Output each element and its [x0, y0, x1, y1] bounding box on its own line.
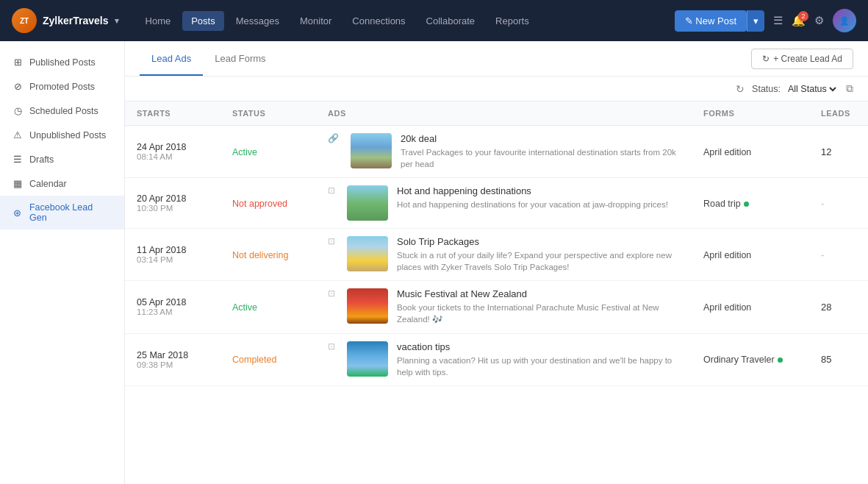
- ad-thumbnail: [347, 185, 388, 221]
- notifications-button[interactable]: 🔔 2: [792, 14, 806, 27]
- ad-title: Hot and happening destinations: [397, 185, 668, 196]
- nav-items: Home Posts Messages Monitor Connections …: [137, 11, 669, 31]
- row-status: Active: [232, 147, 257, 157]
- column-ads: ADS: [316, 102, 692, 126]
- sidebar-item-calendar[interactable]: ▦ Calendar: [0, 171, 124, 196]
- logo-icon: ZT: [12, 8, 37, 33]
- row-status: Active: [232, 302, 257, 313]
- nav-reports[interactable]: Reports: [487, 11, 538, 31]
- new-post-dropdown-button[interactable]: ▾: [747, 10, 764, 32]
- sidebar-item-label: Published Posts: [29, 57, 96, 68]
- ad-info: Solo Trip Packages Stuck in a rut of you…: [397, 236, 680, 273]
- row-status: Not approved: [232, 199, 287, 209]
- create-lead-ad-icon: ↻: [762, 54, 770, 64]
- sidebar-item-drafts[interactable]: ☰ Drafts: [0, 147, 124, 171]
- form-name: April edition: [703, 147, 751, 157]
- sidebar-item-lead-gen[interactable]: ⊛ Facebook Lead Gen: [0, 196, 124, 229]
- main-layout: ⊞ Published Posts ⊘ Promoted Posts ◷ Sch…: [0, 41, 868, 484]
- tab-lead-ads[interactable]: Lead Ads: [140, 43, 203, 76]
- leads-count: 85: [821, 354, 831, 365]
- nav-posts[interactable]: Posts: [182, 11, 224, 31]
- refresh-button[interactable]: ↻: [736, 83, 745, 95]
- brand-logo[interactable]: ZT ZylkerTravels ▾: [12, 8, 119, 33]
- brand-name: ZylkerTravels: [43, 15, 109, 26]
- ad-link-icon: 🔗: [328, 133, 339, 143]
- ad-thumbnail: [351, 133, 392, 168]
- leads-count: 12: [821, 146, 831, 157]
- hamburger-menu-button[interactable]: ☰: [773, 14, 783, 27]
- ad-link-icon: ⊡: [328, 341, 335, 352]
- sidebar-item-label: Promoted Posts: [29, 82, 95, 92]
- ads-table: STARTS STATUS ADS FORMS LEADS 24 Apr 201…: [125, 102, 868, 386]
- column-starts: STARTS: [125, 102, 220, 126]
- row-time: 11:23 AM: [137, 307, 209, 316]
- table-controls: ↻ Status: All Status ⧉: [125, 76, 868, 102]
- row-date: 25 Mar 2018: [137, 350, 209, 360]
- row-date: 11 Apr 2018: [137, 245, 209, 255]
- ad-description: Travel Packages to your favourite intern…: [401, 146, 680, 170]
- sidebar-item-label: Calendar: [29, 179, 67, 189]
- ad-description: Stuck in a rut of your daily life? Expan…: [397, 249, 680, 273]
- ad-info: vacation tips Planning a vacation? Hit u…: [397, 341, 680, 378]
- row-time: 08:14 AM: [137, 152, 209, 161]
- table-header-row: STARTS STATUS ADS FORMS LEADS: [125, 102, 868, 126]
- table-row[interactable]: 11 Apr 201803:14 PMNot delivering ⊡ Solo…: [125, 229, 868, 281]
- table-row[interactable]: 20 Apr 201810:30 PMNot approved ⊡ Hot an…: [125, 178, 868, 229]
- nav-messages[interactable]: Messages: [227, 11, 288, 31]
- user-avatar[interactable]: 👤: [833, 9, 856, 32]
- top-navigation: ZT ZylkerTravels ▾ Home Posts Messages M…: [0, 0, 868, 41]
- create-lead-ad-button[interactable]: ↻ + Create Lead Ad: [751, 49, 853, 69]
- ad-title: vacation tips: [397, 341, 680, 352]
- sidebar-item-scheduled[interactable]: ◷ Scheduled Posts: [0, 99, 124, 123]
- leads-count: 28: [821, 302, 831, 313]
- nav-connections[interactable]: Connections: [343, 11, 414, 31]
- ad-thumbnail: [347, 236, 388, 271]
- row-time: 09:38 PM: [137, 360, 209, 369]
- ad-info: Music Festival at New Zealand Book your …: [397, 288, 680, 325]
- table-row[interactable]: 25 Mar 201809:38 PMCompleted ⊡ vacation …: [125, 333, 868, 385]
- new-post-label: ✎ New Post: [685, 15, 736, 26]
- nav-monitor[interactable]: Monitor: [291, 11, 340, 31]
- drafts-icon: ☰: [12, 154, 24, 165]
- ad-title: 20k deal: [401, 133, 680, 144]
- ad-info: 20k deal Travel Packages to your favouri…: [401, 133, 680, 170]
- form-name: April edition: [703, 302, 751, 313]
- status-select[interactable]: All Status: [785, 83, 839, 95]
- table-row[interactable]: 05 Apr 201811:23 AMActive ⊡ Music Festiv…: [125, 281, 868, 333]
- ad-link-icon: ⊡: [328, 185, 335, 196]
- nav-collaborate[interactable]: Collaborate: [417, 11, 484, 31]
- row-time: 10:30 PM: [137, 204, 209, 213]
- row-time: 03:14 PM: [137, 255, 209, 264]
- sidebar-item-published[interactable]: ⊞ Published Posts: [0, 50, 124, 74]
- tab-lead-forms[interactable]: Lead Forms: [203, 43, 277, 76]
- ad-thumbnail: [347, 288, 388, 324]
- form-name: Ordinary Traveler: [703, 355, 783, 365]
- ad-cell: ⊡ Hot and happening destinations Hot and…: [328, 185, 680, 221]
- row-status: Not delivering: [232, 250, 288, 260]
- row-date: 20 Apr 2018: [137, 193, 209, 204]
- sidebar-item-promoted[interactable]: ⊘ Promoted Posts: [0, 74, 124, 99]
- form-active-dot: [744, 202, 749, 207]
- form-name: Road trip: [703, 199, 749, 209]
- ad-description: Book your tickets to the International P…: [397, 302, 680, 325]
- status-filter-label: Status:: [752, 84, 781, 94]
- new-post-button[interactable]: ✎ New Post: [675, 10, 747, 32]
- sidebar: ⊞ Published Posts ⊘ Promoted Posts ◷ Sch…: [0, 41, 125, 484]
- nav-home[interactable]: Home: [137, 11, 180, 31]
- filter-options-button[interactable]: ⧉: [846, 82, 853, 95]
- brand-dropdown-arrow[interactable]: ▾: [115, 16, 119, 26]
- ad-info: Hot and happening destinations Hot and h…: [397, 185, 668, 210]
- unpublished-posts-icon: ⚠: [12, 129, 24, 140]
- sidebar-item-label: Unpublished Posts: [29, 130, 106, 140]
- sidebar-item-unpublished[interactable]: ⚠ Unpublished Posts: [0, 123, 124, 147]
- ad-cell: ⊡ vacation tips Planning a vacation? Hit…: [328, 341, 680, 378]
- settings-button[interactable]: ⚙: [814, 14, 824, 27]
- lead-gen-icon: ⊛: [12, 207, 24, 218]
- table-row[interactable]: 24 Apr 201808:14 AMActive 🔗 20k deal Tra…: [125, 126, 868, 178]
- form-name: April edition: [703, 250, 751, 260]
- ad-cell: 🔗 20k deal Travel Packages to your favou…: [328, 133, 680, 170]
- tab-bar: Lead Ads Lead Forms ↻ + Create Lead Ad: [125, 41, 868, 76]
- row-status: Completed: [232, 355, 276, 365]
- sidebar-item-label: Facebook Lead Gen: [29, 202, 112, 223]
- ad-description: Hot and happening destinations for your …: [397, 199, 668, 210]
